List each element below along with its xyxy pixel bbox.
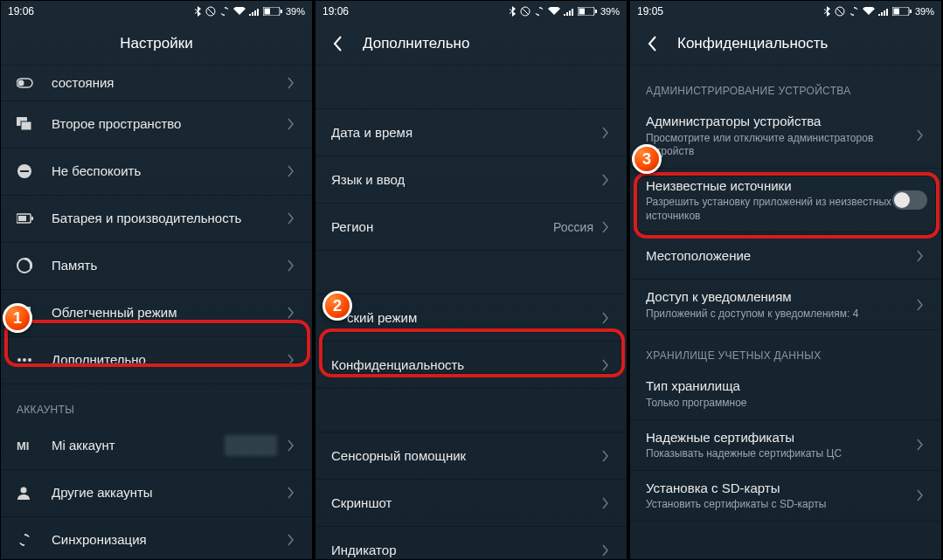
page-title: Конфиденциальность — [677, 35, 828, 52]
row-label: Тип хранилища — [646, 377, 927, 395]
back-button[interactable] — [642, 34, 662, 53]
mid-spacer — [315, 251, 627, 294]
row-battery-perf[interactable]: Батарея и производительность — [1, 196, 312, 243]
row-dnd[interactable]: Не беспокоить — [1, 149, 312, 196]
chevron-right-icon — [288, 534, 295, 546]
row-sub: Просмотрите или отключите администраторо… — [646, 132, 913, 159]
chevron-right-icon — [917, 299, 924, 311]
privacy-list: АДМИНИСТРИРОВАНИЕ УСТРОЙСТВА Администрат… — [630, 66, 941, 522]
row-label: Батарея и производительность — [52, 210, 284, 227]
row-memory[interactable]: Память — [1, 243, 312, 290]
status-indicators: 39% — [823, 6, 934, 17]
alarm-off-icon — [205, 6, 216, 17]
row-label: Местоположение — [646, 247, 913, 265]
chevron-right-icon — [602, 544, 609, 557]
alarm-off-icon — [520, 6, 530, 17]
chevron-right-icon — [288, 307, 295, 319]
row-install-sd[interactable]: Установка с SD-карты Установить сертифик… — [630, 471, 941, 522]
row-location[interactable]: Местоположение — [630, 232, 941, 280]
chevron-right-icon — [288, 259, 295, 272]
spacer-3 — [315, 389, 627, 432]
row-sync[interactable]: Синхронизация — [1, 517, 312, 561]
row-storage-type[interactable]: Тип хранилища Только программное — [630, 369, 941, 419]
row-trusted-certs[interactable]: Надежные сертификаты Показывать надежные… — [630, 420, 941, 471]
row-notification-access[interactable]: Доступ к уведомлениям Приложений с досту… — [630, 280, 941, 330]
chevron-right-icon — [602, 174, 609, 186]
row-mode-partial[interactable]: ский режим — [315, 294, 627, 342]
row-sensor-assistant[interactable]: Сенсорный помощник — [315, 432, 627, 480]
row-additional[interactable]: Дополнительно — [1, 337, 312, 384]
chevron-right-icon — [288, 118, 295, 130]
chevron-right-icon — [602, 221, 609, 233]
unknown-sources-toggle[interactable] — [892, 190, 927, 210]
section-header-admin: АДМИНИСТРИРОВАНИЕ УСТРОЙСТВА — [630, 66, 941, 104]
step-badge-1: 1 — [3, 303, 32, 333]
signal-icon — [564, 7, 574, 16]
row-label: состояния — [52, 74, 284, 92]
row-label: Язык и ввод — [331, 171, 599, 189]
row-device-admins[interactable]: Администраторы устройства Просмотрите ил… — [630, 104, 941, 169]
sync-icon — [534, 6, 544, 17]
battery-percent: 39% — [286, 6, 305, 17]
alarm-off-icon — [835, 6, 845, 17]
row-value: Россия — [553, 220, 593, 234]
row-label: Администраторы устройства — [646, 113, 913, 130]
settings-list: состояния Второе пространство Не беспоко… — [1, 66, 312, 560]
status-time: 19:05 — [637, 5, 663, 17]
row-lang-input[interactable]: Язык и ввод — [315, 156, 627, 204]
battery-percent: 39% — [915, 6, 934, 17]
svg-rect-28 — [893, 9, 899, 15]
battery-perf-icon — [17, 213, 34, 224]
row-privacy[interactable]: Конфиденциальность — [315, 342, 627, 389]
wifi-icon — [863, 7, 875, 16]
additional-list: Дата и время Язык и ввод Регион Россия с… — [315, 66, 627, 560]
page-title: Дополнительно — [363, 35, 469, 52]
chevron-right-icon — [602, 127, 609, 139]
status-bar: 19:05 39% — [630, 1, 941, 22]
row-label: Не беспокоить — [52, 162, 284, 180]
status-time: 19:06 — [322, 5, 349, 17]
chevron-right-icon — [917, 489, 924, 501]
chevron-right-icon — [602, 450, 609, 462]
row-sub: Установить сертификаты с SD-карты — [646, 498, 913, 512]
bluetooth-icon — [509, 6, 517, 17]
row-label: Синхронизация — [52, 531, 284, 549]
row-date-time[interactable]: Дата и время — [315, 109, 627, 156]
row-label: Память — [52, 257, 284, 274]
svg-point-20 — [28, 358, 31, 362]
status-indicators: 39% — [509, 6, 620, 17]
row-other-accounts[interactable]: Другие аккаунты — [1, 470, 312, 517]
row-mi-account[interactable]: MI Mi аккаунт — [1, 423, 312, 470]
screen-additional: 19:06 39% Дополнительно Дата и время Язы… — [315, 0, 628, 560]
status-indicators: 39% — [194, 6, 305, 17]
wifi-icon — [548, 7, 560, 16]
chevron-right-icon — [288, 439, 295, 452]
row-screenshot[interactable]: Скриншот — [315, 480, 627, 527]
row-status-bar-partial[interactable]: состояния — [1, 66, 312, 101]
row-label: Надежные сертификаты — [646, 429, 913, 446]
chevron-right-icon — [917, 129, 924, 142]
screen-settings: 19:06 39% Настройки состояния Второе про… — [0, 0, 313, 560]
row-region[interactable]: Регион Россия — [315, 204, 627, 251]
row-label: Скриншот — [331, 494, 599, 512]
row-label: Облегченный режим — [52, 304, 284, 321]
svg-rect-11 — [18, 216, 26, 221]
row-lite-mode[interactable]: Облегченный режим — [1, 290, 312, 337]
row-sub: Разрешить установку приложений из неизве… — [646, 196, 892, 223]
row-unknown-sources[interactable]: Неизвестные источники Разрешить установк… — [630, 169, 941, 233]
battery-icon — [578, 7, 597, 16]
section-header-accounts: АККАУНТЫ — [1, 384, 312, 423]
back-button[interactable] — [328, 34, 347, 53]
chevron-left-icon — [333, 36, 342, 52]
svg-rect-12 — [31, 217, 33, 220]
top-spacer — [315, 66, 627, 109]
row-indicator[interactable]: Индикатор — [315, 527, 627, 560]
row-label: Конфиденциальность — [331, 356, 599, 374]
battery-percent: 39% — [600, 6, 620, 17]
row-second-space[interactable]: Второе пространство — [1, 101, 312, 149]
chevron-right-icon — [602, 312, 609, 324]
chevron-right-icon — [288, 212, 295, 225]
svg-point-18 — [17, 358, 21, 362]
row-label: Индикатор — [331, 542, 599, 559]
chevron-right-icon — [602, 497, 609, 509]
